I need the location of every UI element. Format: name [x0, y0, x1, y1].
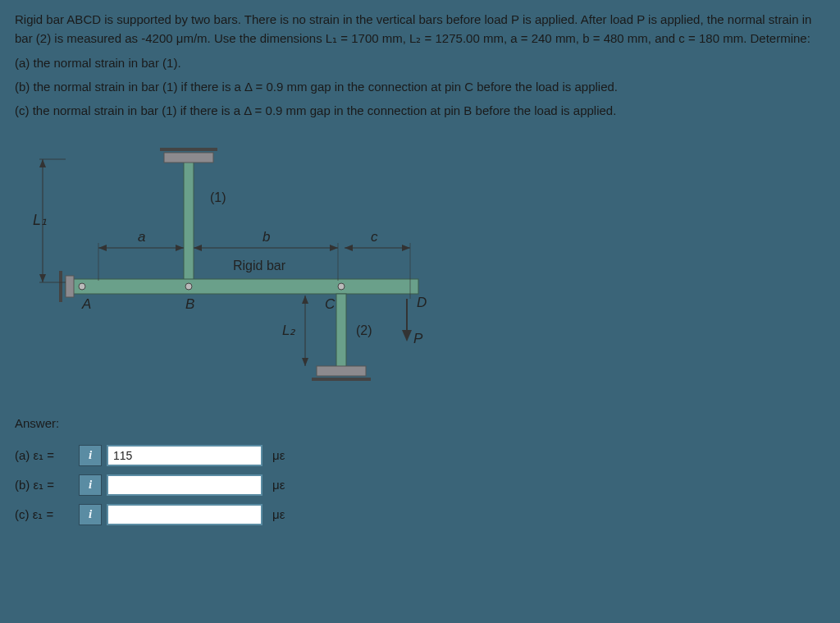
label-a: a: [138, 229, 145, 245]
info-button-a[interactable]: i: [79, 445, 102, 466]
svg-rect-0: [184, 159, 194, 281]
label-b: b: [262, 229, 270, 245]
label-A: A: [81, 296, 91, 312]
label-L2: L₂: [282, 323, 296, 338]
svg-marker-30: [302, 295, 308, 304]
svg-rect-6: [336, 294, 346, 368]
answer-row-c: (c) ε₁ = i με: [15, 504, 825, 525]
answer-row-b: (b) ε₁ = i με: [15, 474, 825, 496]
answer-heading: Answer:: [15, 414, 825, 433]
info-button-b[interactable]: i: [79, 474, 102, 496]
answer-input-b[interactable]: [107, 474, 262, 496]
svg-marker-31: [302, 358, 308, 366]
answer-section: Answer: (a) ε₁ = i με (b) ε₁ = i με (c) …: [15, 414, 825, 525]
problem-part-a: (a) the normal strain in bar (1).: [15, 53, 825, 72]
label-c: c: [371, 229, 378, 245]
svg-marker-26: [345, 245, 353, 251]
svg-marker-23: [330, 245, 338, 251]
info-button-c[interactable]: i: [79, 504, 102, 525]
unit-a: με: [272, 446, 285, 465]
answer-input-c[interactable]: [107, 504, 262, 525]
svg-rect-3: [66, 279, 418, 294]
answer-label-c: (c) ε₁ =: [15, 505, 74, 524]
label-D: D: [417, 295, 427, 310]
problem-part-c: (c) the normal strain in bar (1) if ther…: [15, 101, 825, 120]
label-L1: L₁: [33, 212, 47, 228]
answer-row-a: (a) ε₁ = i με: [15, 445, 825, 466]
svg-marker-27: [402, 245, 410, 251]
label-rigid: Rigid bar: [233, 259, 286, 273]
problem-statement: Rigid bar ABCD is supported by two bars.…: [15, 10, 825, 120]
answer-input-a[interactable]: [107, 445, 262, 466]
problem-intro: Rigid bar ABCD is supported by two bars.…: [15, 10, 825, 48]
svg-rect-1: [164, 153, 213, 163]
label-P: P: [413, 331, 423, 346]
svg-rect-4: [66, 276, 74, 297]
answer-label-a: (a) ε₁ =: [15, 446, 74, 465]
label-B: B: [185, 296, 194, 312]
svg-marker-22: [194, 245, 202, 251]
label-C: C: [325, 296, 336, 312]
problem-part-b: (b) the normal strain in bar (1) if ther…: [15, 77, 825, 96]
svg-marker-19: [176, 245, 184, 251]
diagram: L₁ a b c Rigid bar (1) A B C D L₂ (2) P: [33, 135, 459, 397]
svg-marker-13: [39, 159, 46, 167]
unit-b: με: [272, 475, 285, 494]
label-two: (2): [356, 323, 372, 337]
svg-point-9: [79, 283, 85, 290]
svg-point-11: [338, 283, 345, 290]
unit-c: με: [272, 505, 285, 524]
svg-marker-18: [98, 245, 107, 251]
label-one: (1): [210, 190, 226, 204]
svg-point-10: [185, 283, 192, 290]
svg-marker-33: [402, 330, 412, 341]
svg-marker-14: [39, 274, 46, 282]
svg-rect-7: [317, 366, 366, 376]
answer-label-b: (b) ε₁ =: [15, 475, 74, 494]
